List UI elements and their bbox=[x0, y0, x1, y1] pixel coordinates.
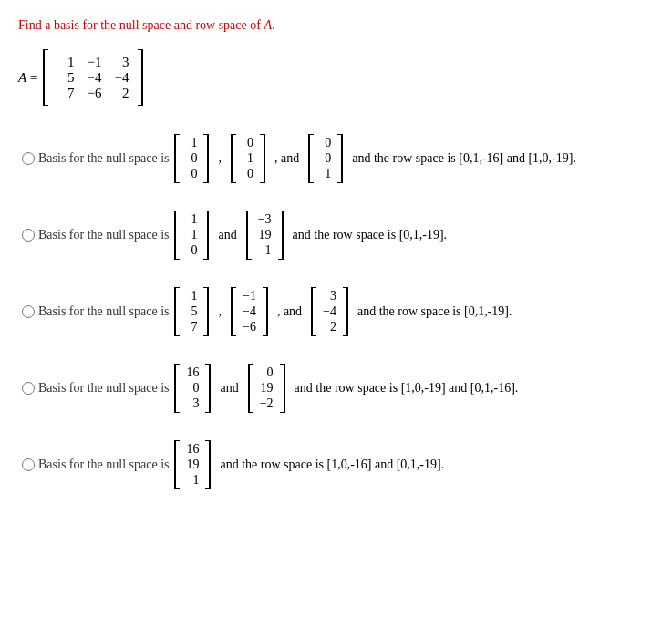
cell-3-1: 7 bbox=[57, 86, 74, 101]
option-1-vec2: 0 1 0 bbox=[231, 133, 265, 184]
option-5-content: Basis for the null space is 16 19 1 and … bbox=[38, 439, 444, 490]
v2-br bbox=[260, 134, 265, 183]
option-1-row: Basis for the null space is 1 0 0 , 0 1 … bbox=[18, 133, 654, 184]
o3v2-r2: −4 bbox=[243, 304, 256, 319]
o4v2-bl bbox=[248, 364, 253, 413]
cell-2-2: −4 bbox=[85, 70, 101, 86]
v3-r3: 1 bbox=[320, 167, 331, 181]
option-1-vec3: 0 0 1 bbox=[308, 133, 343, 184]
o5v1-r1: 16 bbox=[186, 442, 199, 457]
and-4: and bbox=[220, 381, 238, 396]
option-3-content: Basis for the null space is 1 5 7 , −1 −… bbox=[38, 286, 512, 337]
radio-option-3[interactable] bbox=[22, 305, 35, 318]
o4v1-r2: 0 bbox=[188, 381, 199, 396]
option-4-content: Basis for the null space is 16 0 3 and 0… bbox=[38, 363, 518, 414]
cell-3-3: 2 bbox=[112, 86, 129, 101]
o3v3-r2: −4 bbox=[323, 304, 336, 319]
o2v2-inner: −3 19 1 bbox=[253, 210, 276, 261]
v1-inner: 1 0 0 bbox=[181, 133, 202, 184]
radio-col-5[interactable] bbox=[18, 458, 38, 471]
o5v1-bl bbox=[174, 440, 180, 489]
radio-option-2[interactable] bbox=[22, 229, 35, 242]
option-4-vec1: 16 0 3 bbox=[174, 363, 211, 414]
o5v1-r3: 1 bbox=[188, 473, 199, 488]
o3v2-r3: −6 bbox=[243, 320, 256, 334]
option-3-row: Basis for the null space is 1 5 7 , −1 −… bbox=[18, 286, 654, 337]
o4v2-inner: 0 19 −2 bbox=[255, 363, 278, 414]
o3v1-r3: 7 bbox=[186, 320, 197, 334]
matrix-a-label: A = bbox=[18, 70, 37, 86]
v2-r1: 0 bbox=[243, 136, 253, 150]
o2v1-r2: 1 bbox=[186, 228, 197, 242]
o3v1-br bbox=[203, 287, 209, 336]
v3-br bbox=[337, 134, 343, 183]
option-5-label: Basis for the null space is bbox=[38, 458, 169, 472]
option-2-vec2: −3 19 1 bbox=[246, 210, 284, 261]
o5v1-inner: 16 19 1 bbox=[181, 439, 203, 490]
o3v2-bl bbox=[231, 287, 236, 336]
o2v1-r1: 1 bbox=[186, 212, 197, 227]
v1-r2: 0 bbox=[186, 151, 197, 166]
o4v2-r2: 19 bbox=[261, 381, 274, 396]
o2v2-r3: 1 bbox=[261, 243, 272, 258]
option-2-content: Basis for the null space is 1 1 0 and −3… bbox=[38, 210, 447, 261]
o3v1-r1: 1 bbox=[186, 289, 197, 303]
option-2-row: Basis for the null space is 1 1 0 and −3… bbox=[18, 210, 654, 261]
option-4-vec2: 0 19 −2 bbox=[248, 363, 285, 414]
v1-br bbox=[203, 134, 209, 183]
v2-bl bbox=[231, 134, 236, 183]
matrix-a: 1 −1 3 5 −4 −4 7 −6 2 bbox=[43, 49, 143, 106]
radio-col-1[interactable] bbox=[18, 152, 38, 165]
option-5-row: Basis for the null space is 16 19 1 and … bbox=[18, 439, 654, 490]
radio-option-4[interactable] bbox=[22, 382, 35, 395]
matrix-a-equation: A = 1 −1 3 5 −4 −4 7 −6 2 bbox=[18, 49, 654, 106]
option-3-rowspace: and the row space is [0,1,-19]. bbox=[357, 304, 512, 319]
option-5-vec1: 16 19 1 bbox=[174, 439, 211, 490]
and-2: and bbox=[218, 228, 236, 242]
comma-1: , bbox=[218, 151, 222, 166]
v3-inner: 0 0 1 bbox=[315, 133, 336, 184]
o3v3-r3: 2 bbox=[326, 320, 336, 334]
o3v3-bl bbox=[311, 287, 316, 336]
v3-bl bbox=[308, 134, 314, 183]
matrix-a-inner: 1 −1 3 5 −4 −4 7 −6 2 bbox=[50, 51, 136, 105]
o4v1-r1: 16 bbox=[186, 365, 199, 380]
cell-1-3: 3 bbox=[112, 55, 129, 70]
matrix-row-1: 1 −1 3 bbox=[57, 55, 129, 70]
o3v3-inner: 3 −4 2 bbox=[318, 286, 341, 337]
radio-col-4[interactable] bbox=[18, 382, 38, 395]
cell-1-2: −1 bbox=[85, 55, 101, 70]
o4v1-br bbox=[205, 364, 211, 413]
option-3-vec2: −1 −4 −6 bbox=[231, 286, 268, 337]
o4v1-inner: 16 0 3 bbox=[181, 363, 203, 414]
o2v2-bl bbox=[246, 211, 252, 260]
option-4-rowspace: and the row space is [1,0,-19] and [0,1,… bbox=[295, 381, 519, 396]
o2v2-br bbox=[278, 211, 284, 260]
bracket-left bbox=[43, 49, 48, 106]
v3-r2: 0 bbox=[320, 151, 331, 166]
o2v1-bl bbox=[174, 211, 180, 260]
v1-bl bbox=[174, 134, 180, 183]
v2-inner: 0 1 0 bbox=[238, 133, 258, 184]
radio-option-5[interactable] bbox=[22, 458, 35, 471]
matrix-row-3: 7 −6 2 bbox=[57, 86, 129, 101]
o3v3-r1: 3 bbox=[326, 289, 336, 303]
matrix-row-2: 5 −4 −4 bbox=[57, 70, 129, 86]
o5v1-r2: 19 bbox=[186, 458, 199, 472]
radio-col-2[interactable] bbox=[18, 229, 38, 242]
comma-3: , bbox=[218, 304, 222, 319]
o5v1-br bbox=[205, 440, 211, 489]
o2v1-r3: 0 bbox=[186, 243, 197, 258]
v1-r3: 0 bbox=[186, 167, 197, 181]
option-3-label: Basis for the null space is bbox=[38, 304, 169, 319]
v2-r3: 0 bbox=[243, 167, 253, 181]
cell-2-3: −4 bbox=[112, 70, 129, 86]
o3v1-bl bbox=[174, 287, 180, 336]
radio-option-1[interactable] bbox=[22, 152, 35, 165]
bracket-right bbox=[138, 49, 143, 106]
o4v2-br bbox=[280, 364, 285, 413]
o4v1-r3: 3 bbox=[188, 396, 199, 411]
and-3: , and bbox=[277, 304, 302, 319]
radio-col-3[interactable] bbox=[18, 305, 38, 318]
option-2-label: Basis for the null space is bbox=[38, 228, 169, 242]
